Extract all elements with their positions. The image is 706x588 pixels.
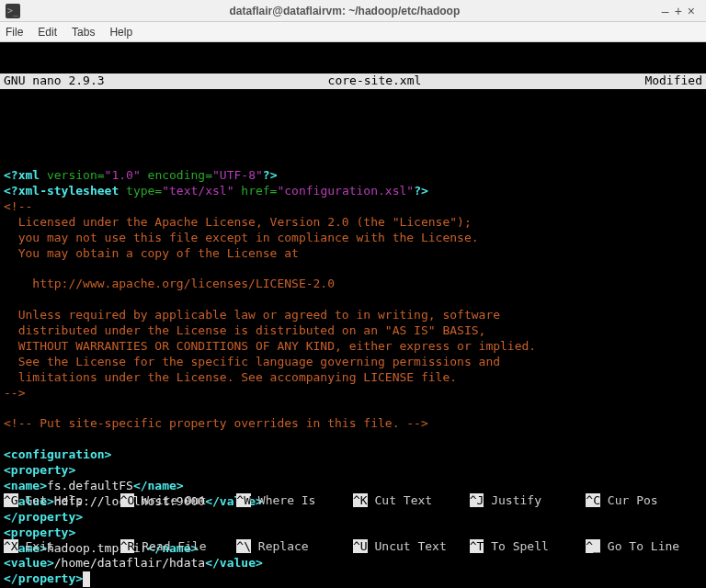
- terminal-icon: >_: [6, 4, 20, 18]
- tag-configuration-open: <configuration>: [4, 447, 111, 461]
- license-line: distributed under the License is distrib…: [4, 323, 485, 337]
- nano-status: Modified: [644, 74, 702, 89]
- xml-version-val: "1.0": [105, 168, 141, 182]
- license-url: http://www.apache.org/licenses/LICENSE-2…: [4, 277, 335, 290]
- xml-version-attr: version=: [40, 168, 104, 182]
- comment-open: <!--: [4, 199, 32, 213]
- shortcut-where-is[interactable]: ^W Where Is: [236, 493, 353, 509]
- license-line: WITHOUT WARRANTIES OR CONDITIONS OF ANY …: [4, 339, 536, 353]
- xsl-type-attr: type=: [119, 184, 162, 198]
- menu-edit[interactable]: Edit: [38, 26, 57, 39]
- shortcut-read-file[interactable]: ^R Read File: [120, 539, 237, 555]
- shortcut-get-help[interactable]: ^G Get Help: [4, 493, 120, 509]
- blank-line: [4, 432, 11, 446]
- blank-line: [4, 153, 11, 166]
- close-button[interactable]: ×: [688, 4, 700, 18]
- license-line: See the License for the specific languag…: [4, 355, 500, 368]
- footer-row: ^X Exit ^R Read File ^\ Replace ^U Uncut…: [4, 539, 702, 555]
- comment-line: <!-- Put site-specific property override…: [4, 416, 428, 430]
- nano-footer: ^G Get Help ^O Write Out ^W Where Is ^K …: [0, 462, 706, 588]
- window-controls[interactable]: –+×: [662, 4, 700, 18]
- xsl-close: ?>: [414, 184, 428, 198]
- shortcut-justify[interactable]: ^J Justify: [470, 493, 586, 509]
- shortcut-cut-text[interactable]: ^K Cut Text: [353, 493, 470, 509]
- xsl-href-attr: href=: [233, 184, 277, 198]
- xml-encoding-val: "UTF-8": [212, 168, 263, 182]
- window-title-bar: >_ dataflair@dataflairvm: ~/hadoop/etc/h…: [0, 0, 706, 22]
- license-line: Unless required by applicable law or agr…: [4, 308, 500, 322]
- shortcut-replace[interactable]: ^\ Replace: [236, 539, 353, 555]
- maximize-button[interactable]: +: [675, 4, 688, 18]
- footer-row: ^G Get Help ^O Write Out ^W Where Is ^K …: [4, 493, 702, 509]
- shortcut-go-to-line[interactable]: ^_ Go To Line: [586, 539, 702, 555]
- xsl-href-val: "configuration.xsl": [277, 184, 414, 198]
- shortcut-cur-pos[interactable]: ^C Cur Pos: [586, 493, 702, 509]
- license-line: Licensed under the Apache License, Versi…: [4, 215, 472, 229]
- blank-line: [4, 401, 11, 414]
- comment-close: -->: [4, 386, 25, 400]
- menu-help[interactable]: Help: [109, 26, 132, 39]
- license-line: limitations under the License. See accom…: [4, 370, 457, 384]
- xml-decl-open: <?xml: [4, 168, 40, 182]
- menu-tabs[interactable]: Tabs: [72, 26, 95, 39]
- blank-line: [4, 292, 11, 306]
- shortcut-exit[interactable]: ^X Exit: [4, 539, 120, 555]
- minimize-button[interactable]: –: [662, 4, 675, 18]
- shortcut-write-out[interactable]: ^O Write Out: [120, 493, 237, 509]
- license-line: you may not use this file except in comp…: [4, 231, 479, 244]
- xml-encoding-attr: encoding=: [141, 168, 212, 182]
- license-line: You may obtain a copy of the License at: [4, 246, 299, 260]
- shortcut-to-spell[interactable]: ^T To Spell: [470, 539, 586, 555]
- xml-decl-close: ?>: [263, 168, 278, 182]
- menu-file[interactable]: File: [6, 26, 23, 39]
- nano-header: GNU nano 2.9.3 core-site.xml Modified: [0, 74, 706, 89]
- xsl-open: <?xml-stylesheet: [4, 184, 119, 198]
- nano-version: GNU nano 2.9.3: [4, 74, 105, 89]
- terminal[interactable]: GNU nano 2.9.3 core-site.xml Modified <?…: [0, 42, 706, 588]
- blank-line: [4, 261, 11, 275]
- nano-filename: core-site.xml: [105, 74, 645, 89]
- window-title: dataflair@dataflairvm: ~/hadoop/etc/hado…: [28, 5, 662, 17]
- shortcut-uncut-text[interactable]: ^U Uncut Text: [353, 539, 470, 555]
- menu-bar: File Edit Tabs Help: [0, 22, 706, 42]
- xsl-type-val: "text/xsl": [162, 184, 233, 198]
